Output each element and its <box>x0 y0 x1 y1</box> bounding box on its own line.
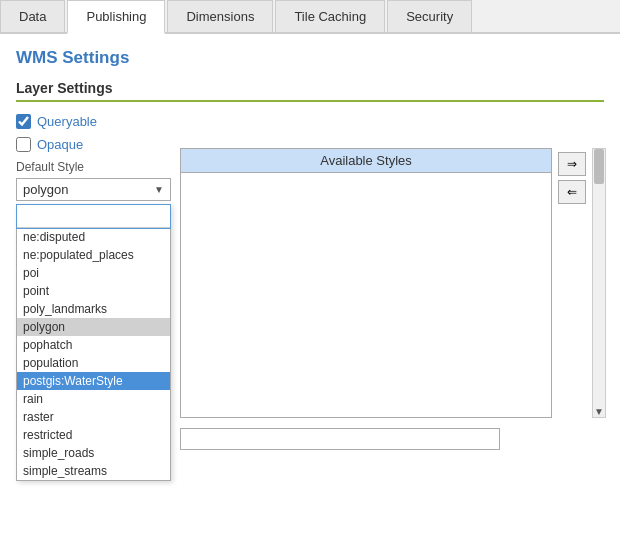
main-content: WMS Settings Layer Settings Queryable Op… <box>0 34 620 215</box>
styles-list[interactable] <box>181 173 551 417</box>
dropdown-item[interactable]: poly_landmarks <box>17 300 170 318</box>
tab-dimensions[interactable]: Dimensions <box>167 0 273 32</box>
dropdown-item[interactable]: raster <box>17 408 170 426</box>
queryable-label: Queryable <box>37 114 97 129</box>
styles-panel-wrapper: Available Styles ⇒ ⇐ ▼ <box>180 148 606 418</box>
queryable-checkbox[interactable] <box>16 114 31 129</box>
scroll-down-arrow-icon: ▼ <box>593 406 605 417</box>
section-title: Layer Settings <box>16 80 604 102</box>
dropdown-item[interactable]: polygon <box>17 318 170 336</box>
dropdown-item[interactable]: pophatch <box>17 336 170 354</box>
right-scrollbar[interactable]: ▼ <box>592 148 606 418</box>
dropdown-item[interactable]: poi <box>17 264 170 282</box>
tab-security[interactable]: Security <box>387 0 472 32</box>
dropdown-item[interactable]: point <box>17 282 170 300</box>
tab-tile-caching[interactable]: Tile Caching <box>275 0 385 32</box>
page-title: WMS Settings <box>16 48 604 68</box>
tab-data[interactable]: Data <box>0 0 65 32</box>
dropdown-panel: ne:disputedne:populated_placespoipointpo… <box>16 204 171 481</box>
opaque-label: Opaque <box>37 137 83 152</box>
right-scrollbar-thumb <box>594 149 604 184</box>
dropdown-item[interactable]: simple_streams <box>17 462 170 480</box>
dropdown-search-input[interactable] <box>17 205 170 228</box>
available-styles-panel: Available Styles <box>180 148 552 418</box>
dropdown-list: ne:disputedne:populated_placespoipointpo… <box>17 228 170 480</box>
dropdown-arrow-icon: ▼ <box>154 184 164 195</box>
dropdown-item[interactable]: restricted <box>17 426 170 444</box>
dropdown-item[interactable]: ne:disputed <box>17 228 170 246</box>
dropdown-item[interactable]: simple_roads <box>17 444 170 462</box>
dropdown-item[interactable]: postgis:WaterStyle <box>17 372 170 390</box>
available-styles-header: Available Styles <box>181 149 551 173</box>
dropdown-item[interactable]: ne:populated_places <box>17 246 170 264</box>
queryable-row: Queryable <box>16 114 604 129</box>
dropdown-item[interactable]: rain <box>17 390 170 408</box>
styles-bottom-row <box>180 424 606 450</box>
tab-bar: Data Publishing Dimensions Tile Caching … <box>0 0 620 34</box>
dropdown-trigger[interactable]: polygon ▼ <box>16 178 171 201</box>
styles-bottom-input[interactable] <box>180 428 500 450</box>
move-right-button[interactable]: ⇒ <box>558 152 586 176</box>
dropdown-selected-value: polygon <box>23 182 69 197</box>
arrow-buttons: ⇒ ⇐ <box>558 148 586 204</box>
tab-publishing[interactable]: Publishing <box>67 0 165 34</box>
dropdown-item[interactable]: population <box>17 354 170 372</box>
opaque-checkbox[interactable] <box>16 137 31 152</box>
move-left-button[interactable]: ⇐ <box>558 180 586 204</box>
styles-area: Available Styles ⇒ ⇐ ▼ <box>180 148 606 450</box>
